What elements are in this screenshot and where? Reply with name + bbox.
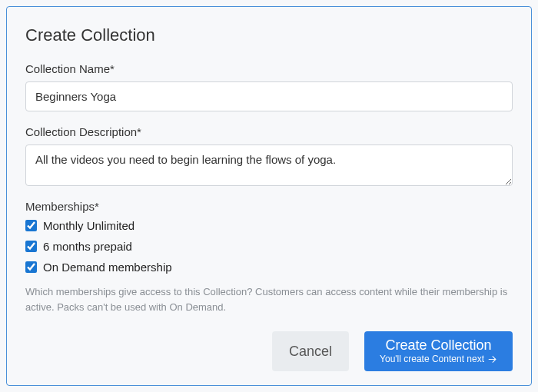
- create-button-title: Create Collection: [385, 338, 491, 354]
- create-button-subtitle: You'll create Content next: [380, 354, 497, 364]
- arrow-right-icon: [487, 354, 497, 364]
- collection-description-input[interactable]: All the videos you need to begin learnin…: [25, 145, 513, 186]
- membership-checkbox-6-months-prepaid[interactable]: [25, 241, 37, 252]
- memberships-list: Monthly Unlimited 6 months prepaid On De…: [25, 219, 513, 274]
- create-button-subtitle-text: You'll create Content next: [380, 354, 484, 364]
- collection-name-label: Collection Name*: [25, 62, 513, 75]
- cancel-button[interactable]: Cancel: [272, 331, 349, 371]
- membership-label: Monthly Unlimited: [43, 219, 134, 232]
- membership-row: 6 months prepaid: [25, 240, 513, 253]
- membership-checkbox-monthly-unlimited[interactable]: [25, 220, 37, 231]
- collection-name-input[interactable]: [25, 81, 513, 111]
- memberships-help-text: Which memberships give access to this Co…: [25, 284, 513, 314]
- membership-label: 6 months prepaid: [43, 240, 132, 253]
- modal-title: Create Collection: [25, 25, 513, 45]
- button-row: Cancel Create Collection You'll create C…: [25, 331, 513, 371]
- membership-checkbox-on-demand[interactable]: [25, 261, 37, 273]
- memberships-label: Memberships*: [25, 200, 513, 213]
- cancel-button-label: Cancel: [289, 344, 332, 360]
- membership-row: On Demand membership: [25, 261, 513, 274]
- membership-row: Monthly Unlimited: [25, 219, 513, 232]
- collection-description-label: Collection Description*: [25, 125, 513, 138]
- create-collection-modal: Create Collection Collection Name* Colle…: [6, 6, 532, 386]
- create-collection-button[interactable]: Create Collection You'll create Content …: [364, 331, 513, 371]
- membership-label: On Demand membership: [43, 261, 172, 274]
